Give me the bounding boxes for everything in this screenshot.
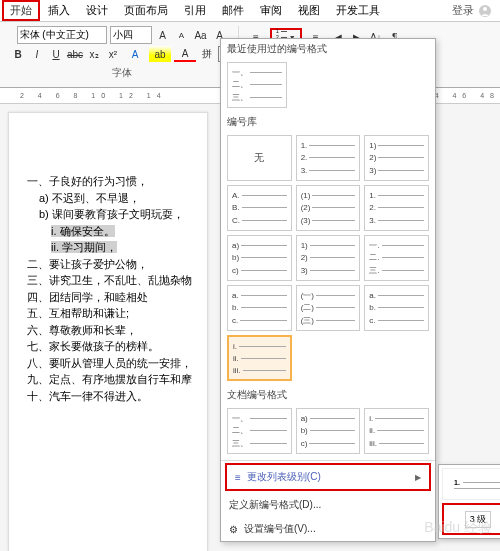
font-size-select[interactable] xyxy=(110,26,152,44)
login-button[interactable]: 登录 xyxy=(444,0,500,21)
menu-dev-tools[interactable]: 开发工具 xyxy=(328,0,388,21)
doc-line-9: 五、互相帮助和谦让; xyxy=(27,305,207,322)
doc-line-3: b) 课间要教育孩子文明玩耍， xyxy=(39,206,207,223)
num-opt-lib-1[interactable]: 1.2.3. xyxy=(296,135,361,181)
level1-marker: 1. xyxy=(454,479,460,486)
num-opt-doc-3[interactable]: i.ii.iii. xyxy=(364,408,429,454)
bold-icon[interactable]: B xyxy=(10,46,26,62)
text-effects-icon[interactable]: A xyxy=(124,46,146,62)
change-level-label: 更改列表级别(C) xyxy=(247,470,321,484)
doc-line-7: 三、讲究卫生，不乱吐、乱抛杂物 xyxy=(27,272,207,289)
font-color-icon[interactable]: A xyxy=(174,46,196,62)
change-list-level[interactable]: ≡ 更改列表级别(C) ▶ xyxy=(225,463,431,491)
num-opt-lib-8[interactable]: a.b.c. xyxy=(227,285,292,331)
decrease-font-icon[interactable]: A xyxy=(174,27,190,43)
doc-line-11: 七、家长要做孩子的榜样。 xyxy=(27,338,207,355)
doc-line-1: 一、子良好的行为习惯， xyxy=(27,173,207,190)
doc-line-12: 八、要听从管理人员的统一安排， xyxy=(27,355,207,372)
doc-line-14: 十、汽车一律不得进入。 xyxy=(27,388,207,405)
level-1-option[interactable]: 1. xyxy=(442,468,500,500)
list-level-submenu: 1. 3 级 xyxy=(438,464,500,539)
document-area[interactable]: 一、子良好的行为习惯， a) 不迟到、不早退， b) 课间要教育孩子文明玩耍， … xyxy=(8,112,208,551)
superscript-icon[interactable]: x² xyxy=(105,46,121,62)
ruler-marks-left: 2 4 6 8 10 12 14 xyxy=(20,92,167,99)
set-value-label: 设置编号值(V)... xyxy=(244,522,316,536)
num-opt-lib-9[interactable]: (一)(二)(三) xyxy=(296,285,361,331)
numbering-dropdown: 最近使用过的编号格式 一、二、三、 编号库 无 1.2.3. 1)2)3) A.… xyxy=(220,38,436,542)
doc-line-10: 六、尊敬教师和长辈， xyxy=(27,322,207,339)
menu-references[interactable]: 引用 xyxy=(176,0,214,21)
doc-line-5: ii. 学习期间， xyxy=(51,241,117,253)
num-opt-lib-5[interactable]: a)b)c) xyxy=(227,235,292,281)
login-label: 登录 xyxy=(452,3,474,18)
menu-bar: 开始 插入 设计 页面布局 引用 邮件 审阅 视图 开发工具 登录 xyxy=(0,0,500,22)
num-opt-lib-11[interactable]: i.ii.iii. xyxy=(227,335,292,381)
underline-icon[interactable]: U xyxy=(48,46,64,62)
increase-font-icon[interactable]: A xyxy=(155,27,171,43)
num-opt-lib-2[interactable]: 1)2)3) xyxy=(364,135,429,181)
change-case-icon[interactable]: Aa xyxy=(193,27,209,43)
menu-view[interactable]: 视图 xyxy=(290,0,328,21)
num-opt-lib-10[interactable]: a.b.c. xyxy=(364,285,429,331)
library-section-title: 编号库 xyxy=(221,112,435,131)
font-name-select[interactable] xyxy=(17,26,107,44)
menu-review[interactable]: 审阅 xyxy=(252,0,290,21)
num-opt-recent-1[interactable]: 一、二、三、 xyxy=(227,62,287,108)
num-opt-doc-2[interactable]: a)b)c) xyxy=(296,408,361,454)
set-value-icon: ⚙ xyxy=(229,524,238,535)
define-new-label: 定义新编号格式(D)... xyxy=(229,498,321,512)
user-avatar-icon xyxy=(478,4,492,18)
menu-insert[interactable]: 插入 xyxy=(40,0,78,21)
chevron-right-icon: ▶ xyxy=(415,473,421,482)
italic-icon[interactable]: I xyxy=(29,46,45,62)
num-opt-lib-7[interactable]: 一.二.三. xyxy=(364,235,429,281)
doc-line-8: 四、团结同学，和睦相处 xyxy=(27,289,207,306)
menu-page-layout[interactable]: 页面布局 xyxy=(116,0,176,21)
menu-start[interactable]: 开始 xyxy=(2,0,40,21)
define-new-format[interactable]: 定义新编号格式(D)... xyxy=(221,493,435,517)
svg-point-1 xyxy=(483,7,487,11)
doc-line-6: 二、要让孩子爱护公物， xyxy=(27,256,207,273)
set-number-value[interactable]: ⚙设置编号值(V)... xyxy=(221,517,435,541)
level-3-option[interactable]: 3 级 xyxy=(442,503,500,535)
docformat-section-title: 文档编号格式 xyxy=(221,385,435,404)
doc-line-4: i. 确保安全。 xyxy=(51,225,115,237)
num-opt-lib-6[interactable]: 1)2)3) xyxy=(296,235,361,281)
phonetic-guide-icon[interactable]: 拼 xyxy=(199,46,215,62)
num-opt-lib-4[interactable]: (1)(2)(3) xyxy=(296,185,361,231)
doc-line-13: 九、定点、有序地摆放自行车和摩 xyxy=(27,371,207,388)
change-level-icon: ≡ xyxy=(235,472,241,483)
subscript-icon[interactable]: x₂ xyxy=(86,46,102,62)
menu-design[interactable]: 设计 xyxy=(78,0,116,21)
recent-section-title: 最近使用过的编号格式 xyxy=(221,39,435,58)
font-group-label: 字体 xyxy=(112,66,132,80)
num-opt-lib-3[interactable]: A.B.C. xyxy=(227,185,292,231)
highlight-icon[interactable]: ab xyxy=(149,46,171,62)
num-opt-none[interactable]: 无 xyxy=(227,135,292,181)
level-hint-label: 3 级 xyxy=(465,511,492,528)
strikethrough-icon[interactable]: abc xyxy=(67,46,83,62)
doc-line-2: a) 不迟到、不早退， xyxy=(39,190,207,207)
num-opt-lib-4b[interactable]: 1.2.3. xyxy=(364,185,429,231)
menu-mail[interactable]: 邮件 xyxy=(214,0,252,21)
num-opt-doc-1[interactable]: 一、二、三、 xyxy=(227,408,292,454)
